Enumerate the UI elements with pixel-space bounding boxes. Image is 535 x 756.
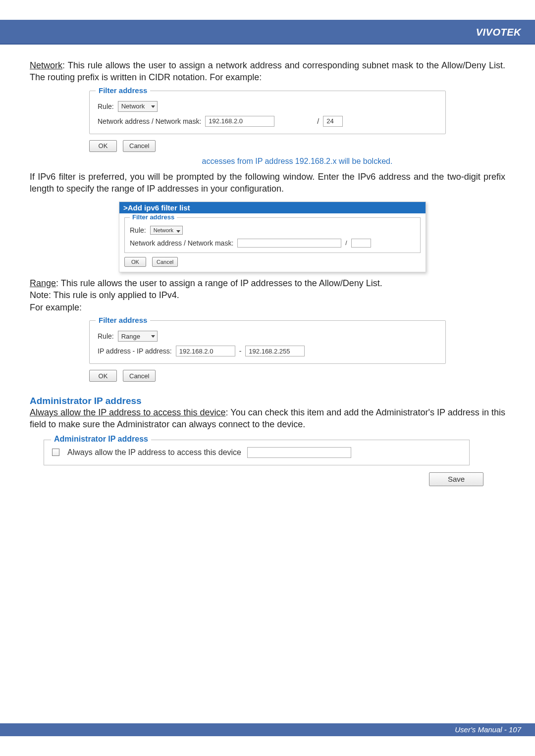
ipv6-address-label: Network address / Network mask: [130,239,233,247]
ipv6-mask-input[interactable] [351,239,371,248]
footer-band: User's Manual - 107 [0,723,535,736]
figure-network-filter: Filter address Rule: Network Network add… [89,91,505,166]
network-paragraph: Network: This rule allows the user to as… [30,59,505,84]
range-rule-label: Rule: [98,332,114,340]
always-allow-label: Always allow the IP address to access th… [67,448,241,457]
brand-text: VIVOTEK [476,27,521,38]
network-address-input[interactable]: 192.168.2.0 [205,116,274,127]
admin-label: Always allow the IP address to access th… [30,407,226,417]
network-desc: : This rule allows the user to assign a … [30,60,505,82]
ipv6-slash-label: / [345,240,347,247]
ipv6-filter-fieldset: Filter address Rule: Network Network add… [124,217,421,253]
admin-ip-legend: Administrator IP address [51,435,151,444]
footer-text: User's Manual - 107 [455,725,521,734]
range-desc: : This rule allows the user to assign a … [56,278,382,288]
ok-button[interactable]: OK [89,140,117,152]
admin-ip-input[interactable] [247,447,351,458]
dash-label: - [239,347,242,355]
range-to-input[interactable]: 192.168.2.255 [245,346,305,356]
save-button[interactable]: Save [429,472,483,486]
cancel-button[interactable]: Cancel [123,140,156,152]
range-note: Note: This rule is only applied to IPv4. [30,289,505,301]
figure-ipv6-dialog: >Add ipv6 filter list Filter address Rul… [119,202,426,272]
range-label: Range [30,278,56,288]
range-cancel-button[interactable]: Cancel [123,370,156,382]
header-band: VIVOTEK [0,20,535,45]
ipv6-paragraph: If IPv6 filter is preferred, you will be… [30,171,505,195]
ipv6-rule-select[interactable]: Network [150,226,183,235]
ipv6-dialog-title: >Add ipv6 filter list [119,202,426,213]
range-rule-value: Range [121,333,140,340]
network-label: Network [30,60,62,70]
range-ok-button[interactable]: OK [89,370,117,382]
rule-label: Rule: [98,102,114,110]
range-filter-fieldset: Filter address Rule: Range IP address - … [89,320,446,364]
ipv6-cancel-button[interactable]: Cancel [152,257,178,267]
rule-select[interactable]: Network [118,101,158,112]
admin-ip-fieldset: Administrator IP address Always allow th… [44,440,470,465]
ipv6-filter-legend: Filter address [130,213,177,221]
slash-label: / [317,117,319,125]
range-from-input[interactable]: 192.168.2.0 [176,346,235,356]
admin-section: Administrator IP address Always allow th… [30,396,505,486]
admin-paragraph: Always allow the IP address to access th… [30,406,505,431]
range-address-label: IP address - IP address: [98,347,172,355]
ipv6-rule-value: Network [154,227,173,233]
admin-heading: Administrator IP address [30,396,505,406]
rule-value: Network [121,102,145,110]
range-filter-legend: Filter address [96,316,150,324]
ipv6-rule-label: Rule: [130,226,146,234]
filter-address-fieldset: Filter address Rule: Network Network add… [89,91,446,134]
range-example: For example: [30,302,505,313]
filter-address-legend: Filter address [96,86,150,95]
ipv6-ok-button[interactable]: OK [124,257,146,267]
network-mask-input[interactable]: 24 [323,116,343,127]
ipv6-address-input[interactable] [237,239,341,248]
always-allow-checkbox[interactable] [52,449,59,456]
page-content: Network: This rule allows the user to as… [30,59,505,486]
network-caption: accesses from IP address 192.168.2.x wil… [89,157,505,166]
figure-range-filter: Filter address Rule: Range IP address - … [89,320,505,382]
network-address-label: Network address / Network mask: [98,117,201,125]
range-rule-select[interactable]: Range [118,331,158,342]
range-paragraph: Range: This rule allows the user to assi… [30,277,505,289]
